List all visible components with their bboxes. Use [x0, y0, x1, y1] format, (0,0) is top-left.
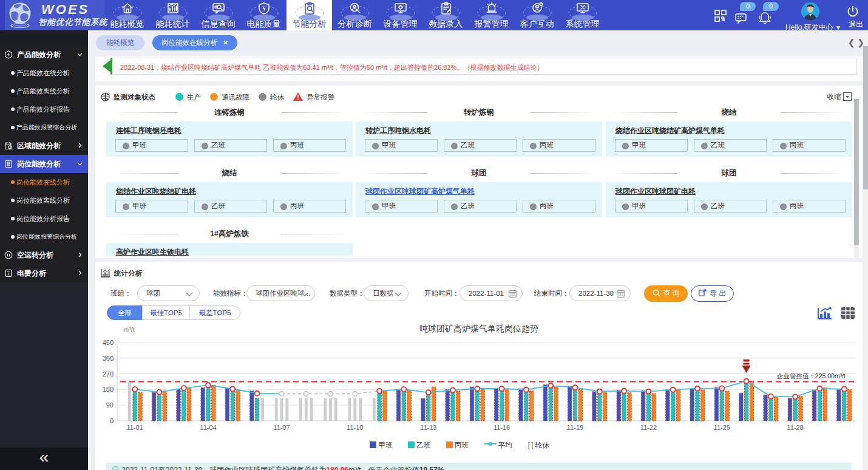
svg-text:11-25: 11-25: [714, 424, 730, 431]
svg-text:11-04: 11-04: [200, 424, 216, 431]
svg-text:180: 180: [103, 386, 114, 393]
svg-text:11-01: 11-01: [127, 424, 143, 431]
svg-text:11-22: 11-22: [640, 424, 657, 431]
svg-text:450: 450: [103, 339, 114, 346]
svg-text:11-28: 11-28: [787, 424, 804, 431]
svg-text:企业管控值：225.00m³/t: 企业管控值：225.00m³/t: [776, 372, 846, 380]
svg-text:360: 360: [103, 355, 114, 362]
svg-text:11-13: 11-13: [420, 424, 436, 431]
svg-text:11-07: 11-07: [273, 424, 290, 431]
svg-text:270: 270: [103, 370, 114, 378]
svg-text:m³/t: m³/t: [123, 326, 135, 333]
svg-text:11-16: 11-16: [493, 424, 510, 431]
svg-text:11-10: 11-10: [347, 424, 363, 431]
svg-text:0: 0: [110, 417, 114, 424]
svg-text:11-19: 11-19: [567, 424, 583, 431]
svg-text:90: 90: [106, 401, 114, 409]
